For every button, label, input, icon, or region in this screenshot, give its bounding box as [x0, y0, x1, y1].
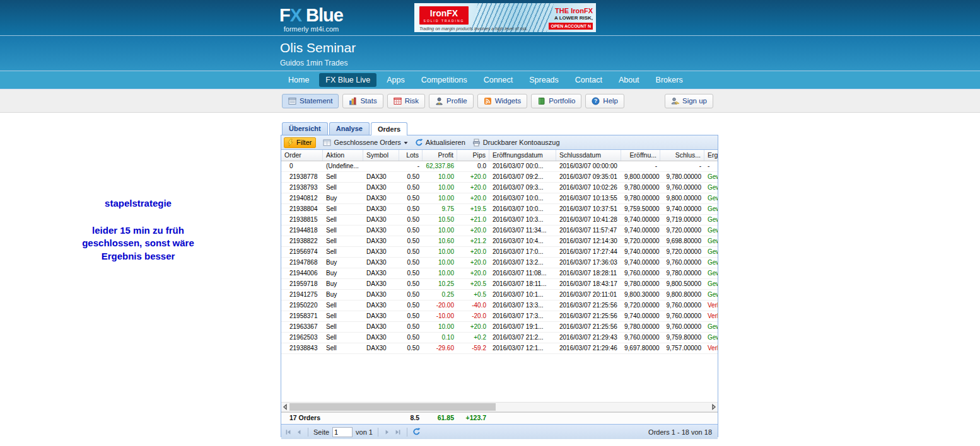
help-icon: ?	[592, 97, 600, 105]
signup-button[interactable]: Sign up	[665, 94, 713, 108]
table-row[interactable]: 21947868BuyDAX300.5010.00+20.02016/03/07…	[281, 258, 718, 268]
cell-symbol: DAX30	[363, 279, 399, 289]
print-statement-button[interactable]: Druckbarer Kontoauszug	[472, 139, 560, 147]
table-row[interactable]: 21940812BuyDAX300.5010.00+20.02016/03/07…	[281, 193, 718, 204]
table-row[interactable]: 21938843SellDAX300.50-29.60-59.22016/03/…	[281, 343, 718, 354]
cell-close_time: 2016/03/07 18:43:17	[556, 279, 621, 289]
nav-item-apps[interactable]: Apps	[380, 73, 411, 87]
column-header-open_price[interactable]: Eröffnu...	[621, 150, 660, 161]
risk-label: Risk	[405, 97, 419, 105]
nav-item-connect[interactable]: Connect	[477, 73, 520, 87]
tab-orders[interactable]: Orders	[371, 122, 407, 135]
table-row[interactable]: 21958371SellDAX300.50-10.00-20.02016/03/…	[281, 311, 718, 322]
cell-open_time: 2016/03/07 19:1...	[489, 322, 556, 332]
table-row[interactable]: 21944818SellDAX300.5010.00+20.02016/03/0…	[281, 226, 718, 236]
refresh-button[interactable]: Aktualisieren	[415, 139, 465, 147]
chevron-down-icon	[404, 139, 408, 146]
table-row[interactable]: 21950220SellDAX300.50-20.00-40.02016/03/…	[281, 300, 718, 311]
h-scrollbar[interactable]	[281, 402, 718, 412]
open-account-button[interactable]: OPEN ACCOUNT N	[549, 23, 593, 30]
filter-button[interactable]: Filter	[284, 137, 316, 148]
column-header-symbol[interactable]: Symbol	[363, 150, 399, 161]
cell-result: Gewinn	[704, 172, 718, 182]
table-row[interactable]: 21938804SellDAX300.509.75+19.52016/03/07…	[281, 204, 718, 215]
cell-close_price: 9,720.00000	[660, 247, 704, 257]
table-row[interactable]: 21956974SellDAX300.5010.00+20.02016/03/0…	[281, 247, 718, 258]
column-header-open_time[interactable]: Eröffnungsdatum	[489, 150, 556, 161]
nav-item-brokers[interactable]: Brokers	[650, 73, 689, 87]
cell-close_time: 2016/03/07 12:14:30	[556, 236, 621, 246]
next-page-button[interactable]	[383, 428, 391, 436]
cell-open_price: 9,800.00000	[621, 172, 660, 182]
nav-item-competitions[interactable]: Competitions	[415, 73, 474, 87]
risk-button[interactable]: Risk	[387, 94, 425, 108]
last-page-button[interactable]	[394, 428, 402, 436]
nav-item-about[interactable]: About	[612, 73, 646, 87]
column-header-profit[interactable]: Profit	[423, 150, 457, 161]
profile-button[interactable]: Profile	[429, 94, 474, 108]
nav-item-home[interactable]: Home	[282, 73, 315, 87]
scroll-left-button[interactable]	[281, 403, 289, 411]
nav-item-spreads[interactable]: Spreads	[523, 73, 565, 87]
tab-bar: ÜbersichtAnalyseOrders	[281, 122, 718, 135]
ironfx-ad-banner[interactable]: IronFX SOLID TRADING THE IronFX A LOWER …	[414, 3, 596, 32]
cell-open_price: 9,780.00000	[621, 183, 660, 193]
table-row[interactable]: 21959718BuyDAX300.5010.25+20.52016/03/07…	[281, 279, 718, 290]
help-button[interactable]: ?Help	[585, 94, 624, 108]
nav-item-fx-blue-live[interactable]: FX Blue Live	[319, 73, 376, 87]
pager-refresh-button[interactable]	[412, 428, 421, 436]
page-input[interactable]	[332, 427, 353, 437]
widgets-label: Widgets	[495, 97, 522, 105]
nav-item-contact[interactable]: Contact	[569, 73, 609, 87]
column-header-pips[interactable]: Pips	[457, 150, 489, 161]
statement-button[interactable]: Statement	[282, 94, 339, 108]
nav: HomeFX Blue LiveAppsCompetitionsConnectS…	[282, 71, 693, 89]
cell-symbol: DAX30	[363, 343, 399, 353]
table-row[interactable]: 21963367SellDAX300.5010.00+20.02016/03/0…	[281, 322, 718, 333]
cell-order: 21938843	[281, 343, 323, 353]
portfolio-button[interactable]: Portfolio	[531, 94, 581, 108]
cell-symbol: DAX30	[363, 311, 399, 321]
table-row[interactable]: 21938815SellDAX300.5010.50+21.02016/03/0…	[281, 215, 718, 226]
cell-open_time: 2016/03/07 17:3...	[489, 311, 556, 321]
cell-lots: 0.50	[399, 343, 423, 353]
table-row[interactable]: 21962503SellDAX300.500.10+0.22016/03/07 …	[281, 333, 718, 343]
cell-aktion: Sell	[323, 236, 363, 246]
cell-profit: -20.00	[423, 300, 457, 311]
column-header-result[interactable]: Erge...	[704, 150, 718, 161]
cell-lots: -	[399, 161, 423, 171]
first-page-button[interactable]	[284, 428, 292, 436]
cell-order: 21956974	[281, 247, 323, 257]
tab--bersicht[interactable]: Übersicht	[282, 122, 328, 135]
print-icon	[472, 139, 481, 147]
prev-page-button[interactable]	[295, 428, 303, 436]
table-row[interactable]: 0(Undefine...-62,337.860.02016/03/07 00:…	[281, 161, 718, 172]
cell-open_price: 9,759.50000	[621, 204, 660, 214]
stats-button[interactable]: Stats	[342, 94, 383, 108]
cell-aktion: Sell	[323, 204, 363, 214]
closed-orders-button[interactable]: Geschlossene Orders	[323, 139, 407, 147]
ironfx-brand: IronFX	[419, 6, 469, 19]
column-header-order[interactable]: Order	[281, 150, 323, 161]
column-header-aktion[interactable]: Aktion	[323, 150, 363, 161]
tab-analyse[interactable]: Analyse	[329, 122, 370, 135]
table-row[interactable]: 21941275BuyDAX300.500.25+0.52016/03/07 1…	[281, 290, 718, 300]
fxblue-logo[interactable]: FX Blue formerly mt4i.com	[279, 6, 343, 33]
table-row[interactable]: 21938793SellDAX300.5010.00+20.02016/03/0…	[281, 183, 718, 193]
cell-close_price: 9,800.00000	[660, 193, 704, 203]
page-subtitle: Guidos 1min Trades	[280, 59, 347, 67]
column-header-close_time[interactable]: Schlussdatum	[556, 150, 621, 161]
cell-pips: +20.0	[457, 258, 489, 268]
cell-pips: 0.0	[457, 161, 489, 171]
table-row[interactable]: 21938822SellDAX300.5010.60+21.22016/03/0…	[281, 236, 718, 247]
cell-close_time: 2016/03/07 17:27:44	[556, 247, 621, 257]
column-header-lots[interactable]: Lots	[399, 150, 423, 161]
table-row[interactable]: 21938778SellDAX300.5010.00+20.02016/03/0…	[281, 172, 718, 183]
table-row[interactable]: 21944006BuyDAX300.5010.00+20.02016/03/07…	[281, 268, 718, 279]
cell-aktion: Sell	[323, 311, 363, 321]
column-header-close_price[interactable]: Schlus...	[660, 150, 704, 161]
refresh-icon	[415, 139, 423, 147]
h-scroll-thumb[interactable]	[289, 403, 496, 411]
scroll-right-button[interactable]	[710, 403, 718, 411]
widgets-button[interactable]: Widgets	[477, 94, 528, 108]
